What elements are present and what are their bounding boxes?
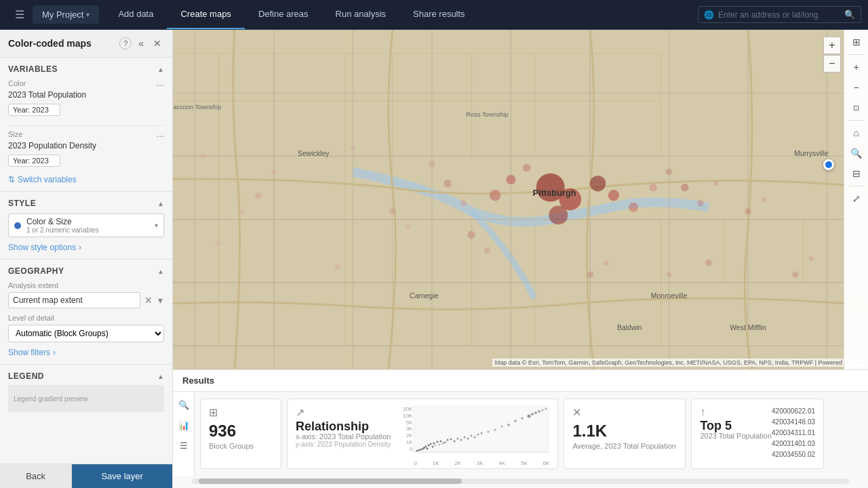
- map-container[interactable]: Pittsburgh Carnegie Monroeville Sewickle…: [173, 30, 868, 369]
- geography-section-header[interactable]: Geography ▲: [8, 266, 164, 276]
- svg-point-120: [447, 439, 449, 441]
- filter-arrow-icon: ›: [53, 348, 56, 357]
- results-search-icon[interactable]: 🔍: [175, 396, 193, 413]
- panel-content: Variables ▲ Color 2023 Total Population …: [0, 58, 172, 464]
- search-input[interactable]: [718, 10, 840, 20]
- svg-point-145: [422, 448, 424, 449]
- svg-point-146: [424, 447, 425, 448]
- layers-icon[interactable]: ⊟: [846, 164, 867, 183]
- svg-point-144: [420, 449, 421, 450]
- top5-card: ↑ Top 5 2023 Total Population 420000622.…: [691, 399, 824, 469]
- project-name: My Project: [42, 9, 83, 20]
- reset-extent-icon[interactable]: ⊡: [846, 98, 867, 117]
- top5-item-1: 420000622.01: [772, 406, 815, 417]
- nav-run-analysis[interactable]: Run analysis: [322, 0, 399, 29]
- legend-title: Legend: [8, 371, 44, 381]
- svg-point-66: [443, 180, 452, 188]
- detail-level-select[interactable]: Automatic (Block Groups): [8, 325, 164, 342]
- nav-add-data[interactable]: Add data: [104, 0, 167, 29]
- svg-point-89: [604, 260, 608, 265]
- variables-section-header[interactable]: Variables ▲: [8, 64, 164, 74]
- svg-point-125: [464, 436, 466, 439]
- panel-header: Color-coded maps ? « ✕: [0, 30, 172, 58]
- switch-icon: ⇅: [8, 175, 15, 184]
- size-year-row: Year: 2023: [8, 155, 156, 167]
- zoom-controls: + −: [823, 37, 841, 73]
- svg-point-112: [430, 443, 432, 445]
- show-style-options-btn[interactable]: Show style options ›: [8, 243, 164, 252]
- top5-label: 2023 Total Population: [700, 432, 772, 440]
- zoom-out-toolbar-icon[interactable]: −: [846, 78, 867, 97]
- svg-point-131: [488, 431, 490, 433]
- svg-point-147: [435, 445, 436, 446]
- menu-icon[interactable]: ☰: [7, 8, 33, 21]
- zoom-out-btn[interactable]: −: [823, 55, 841, 73]
- zoom-in-btn[interactable]: +: [823, 37, 841, 54]
- map-area: Pittsburgh Carnegie Monroeville Sewickle…: [173, 30, 868, 488]
- svg-point-133: [501, 426, 503, 428]
- zoom-in-toolbar-icon[interactable]: +: [846, 58, 867, 77]
- svg-point-113: [433, 443, 435, 445]
- close-panel-icon[interactable]: ✕: [151, 37, 164, 50]
- svg-point-91: [705, 260, 711, 266]
- panel-title: Color-coded maps: [8, 38, 115, 49]
- results-scrollbar-thumb[interactable]: [199, 479, 462, 484]
- show-filters-btn[interactable]: Show filters ›: [8, 348, 164, 357]
- switch-variables-btn[interactable]: ⇅ Switch variables: [8, 175, 164, 184]
- color-variable-name: 2023 Total Population: [8, 90, 156, 100]
- panel-footer: Back Save layer: [0, 464, 172, 488]
- save-layer-button[interactable]: Save layer: [72, 464, 172, 488]
- clear-extent-icon[interactable]: ✕: [143, 293, 154, 307]
- size-year-select[interactable]: Year: 2023: [8, 155, 60, 167]
- svg-text:West Mifflin: West Mifflin: [730, 324, 766, 331]
- nav-define-areas[interactable]: Define areas: [245, 0, 322, 29]
- svg-point-82: [255, 192, 261, 199]
- results-table-icon[interactable]: ☰: [175, 436, 193, 454]
- expand-icon[interactable]: ⤢: [846, 189, 867, 208]
- svg-point-126: [467, 438, 469, 440]
- search-toolbar-icon[interactable]: 🔍: [846, 144, 867, 163]
- back-button[interactable]: Back: [0, 464, 72, 488]
- svg-text:Ross Township: Ross Township: [466, 111, 508, 118]
- home-icon[interactable]: ⌂: [846, 123, 867, 142]
- relationship-sublabel: y-axis: 2023 Population Density: [296, 441, 391, 448]
- svg-point-119: [427, 448, 429, 450]
- block-groups-icon: ⊞: [209, 406, 273, 419]
- svg-point-76: [745, 208, 751, 214]
- style-option-label: Color & Size: [26, 217, 149, 226]
- help-icon[interactable]: ?: [119, 37, 132, 49]
- style-section-header[interactable]: Style ▲: [8, 199, 164, 208]
- project-selector[interactable]: My Project ▾: [33, 5, 99, 24]
- map-svg: Pittsburgh Carnegie Monroeville Sewickle…: [173, 30, 868, 369]
- nav-share-results[interactable]: Share results: [399, 0, 479, 29]
- scatter-x-axis: 0 1K 2K 3K 4K 5K 6K: [396, 460, 549, 466]
- collapse-panel-icon[interactable]: «: [136, 37, 146, 50]
- project-chevron-icon: ▾: [86, 11, 90, 18]
- color-year-select[interactable]: Year: 2023: [8, 104, 60, 116]
- results-chart-icon[interactable]: 📊: [175, 416, 193, 434]
- extent-chevron-icon[interactable]: ▾: [157, 293, 164, 307]
- toolbar-divider-2: [848, 120, 865, 121]
- svg-point-93: [201, 154, 205, 159]
- style-select[interactable]: Color & Size 1 or 2 numeric variables ▾: [8, 214, 164, 237]
- analysis-extent-row: Current map extent ✕ ▾: [8, 292, 164, 308]
- svg-text:Raccoon Township: Raccoon Township: [173, 104, 221, 110]
- grid-icon[interactable]: ⊞: [846, 33, 867, 52]
- svg-point-72: [467, 231, 475, 239]
- nav-create-maps[interactable]: Create maps: [167, 0, 244, 29]
- search-globe-icon: 🌐: [704, 10, 714, 20]
- results-header: Results: [173, 370, 868, 392]
- geography-chevron-icon: ▲: [157, 268, 164, 275]
- top5-icon: ↑: [700, 406, 772, 418]
- svg-point-124: [460, 439, 462, 441]
- analysis-extent-value[interactable]: Current map extent: [8, 292, 140, 308]
- results-scrollbar[interactable]: [192, 479, 849, 484]
- search-icon[interactable]: 🔍: [844, 9, 855, 20]
- color-var-menu-icon[interactable]: ···: [156, 79, 164, 90]
- svg-point-148: [439, 444, 440, 445]
- svg-point-129: [477, 434, 479, 436]
- size-var-menu-icon[interactable]: ···: [156, 130, 164, 141]
- svg-point-141: [542, 409, 544, 411]
- results-toolbar: 🔍 📊 ☰: [173, 392, 195, 476]
- search-bar[interactable]: 🌐 🔍: [698, 6, 861, 23]
